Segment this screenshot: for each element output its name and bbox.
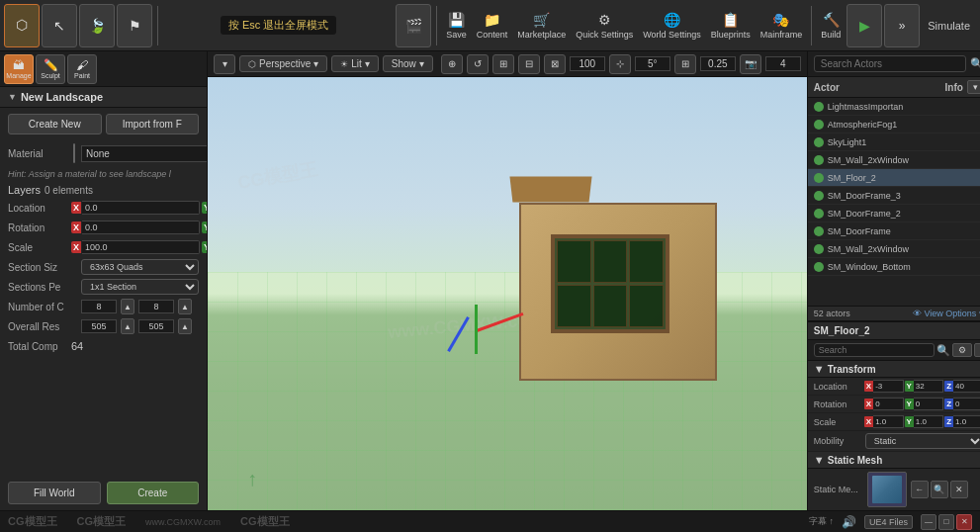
details-scale-z-val[interactable] bbox=[953, 415, 980, 428]
actor-item-lightmass[interactable]: LightmassImportan bbox=[808, 98, 980, 116]
actor-item-floor2[interactable]: SM_Floor_2 bbox=[808, 169, 980, 187]
play-btn[interactable]: ▶ bbox=[846, 4, 882, 47]
section-size-select[interactable]: 63x63 Quads bbox=[81, 259, 199, 275]
manage-btn[interactable]: 🏔 Manage bbox=[4, 54, 34, 84]
actor-visibility-7[interactable] bbox=[814, 209, 824, 219]
actor-item-atmosphericfog[interactable]: AtmosphericFog1 bbox=[808, 116, 980, 133]
num-y-spinner[interactable]: ▲ bbox=[178, 299, 192, 314]
toolbar-select-btn[interactable]: ⬡ bbox=[4, 4, 40, 47]
perspective-btn[interactable]: ⬡ Perspective ▾ bbox=[239, 55, 327, 72]
actor-visibility-9[interactable] bbox=[814, 244, 824, 254]
save-btn[interactable]: 💾 Save bbox=[442, 10, 471, 42]
res-x-input[interactable] bbox=[81, 319, 117, 333]
details-rot-x-val[interactable] bbox=[873, 398, 903, 410]
res-y-input[interactable] bbox=[138, 319, 174, 333]
actor-visibility-3[interactable] bbox=[814, 137, 824, 147]
num-x-spinner[interactable]: ▲ bbox=[121, 299, 134, 314]
vp-grid-icon[interactable]: ⊞ bbox=[674, 54, 696, 74]
vp-translate-btn[interactable]: ⊕ bbox=[441, 54, 463, 74]
num-x-input[interactable] bbox=[81, 300, 117, 313]
details-loc-z-val[interactable] bbox=[953, 380, 980, 393]
actor-item-doorframe2[interactable]: SM_DoorFrame_2 bbox=[808, 205, 980, 222]
vp-scale-btn[interactable]: ⊞ bbox=[492, 54, 514, 74]
window-minimize-btn[interactable]: — bbox=[921, 514, 936, 530]
material-swatch[interactable] bbox=[73, 143, 75, 163]
vp-camera-speed-input[interactable] bbox=[765, 56, 801, 71]
sections-per-select[interactable]: 1x1 Section bbox=[81, 279, 199, 295]
material-name-input[interactable] bbox=[81, 145, 208, 162]
mesh-thumbnail[interactable] bbox=[867, 472, 907, 507]
details-settings-btn[interactable]: ⚙ bbox=[952, 343, 972, 357]
window-close-btn[interactable]: ✕ bbox=[956, 514, 972, 530]
vp-grid-input[interactable] bbox=[700, 56, 736, 71]
marketplace-btn[interactable]: 🛒 Marketplace bbox=[513, 10, 570, 42]
details-loc-y-val[interactable] bbox=[914, 380, 943, 393]
toolbar-camera-btn[interactable]: 🎬 bbox=[396, 4, 431, 47]
details-lock-btn[interactable]: 🔒 bbox=[974, 343, 980, 357]
vp-world-btn[interactable]: ⊠ bbox=[544, 54, 566, 74]
window-restore-btn[interactable]: □ bbox=[938, 514, 954, 530]
mesh-find-btn[interactable]: 🔍 bbox=[931, 481, 948, 498]
create-new-btn[interactable]: Create New bbox=[8, 114, 102, 134]
vp-snap-btn[interactable]: ⊹ bbox=[609, 54, 631, 74]
content-btn[interactable]: 📁 Content bbox=[473, 10, 512, 42]
details-rot-y-val[interactable] bbox=[914, 398, 943, 410]
scale-x-val[interactable] bbox=[82, 240, 200, 254]
transform-section-header[interactable]: ▼ Transform bbox=[808, 361, 980, 378]
num-y-input[interactable] bbox=[138, 300, 174, 313]
actor-item-wall2[interactable]: SM_Wall_2xWindow bbox=[808, 240, 980, 258]
sculpt-btn[interactable]: ✏️ Sculpt bbox=[36, 54, 65, 84]
mesh-clear-btn[interactable]: ✕ bbox=[950, 481, 968, 498]
actor-item-wall1[interactable]: SM_Wall_2xWindow bbox=[808, 151, 980, 169]
simulate-btn[interactable]: Simulate bbox=[922, 18, 976, 34]
view-options-btn[interactable]: 👁 View Options ▾ bbox=[913, 309, 980, 318]
info-dropdown-btn[interactable]: ▾ bbox=[967, 80, 980, 94]
actor-item-window-bottom[interactable]: SM_Window_Bottom bbox=[808, 258, 980, 276]
vp-local-btn[interactable]: ⊟ bbox=[518, 54, 540, 74]
actor-list[interactable]: LightmassImportan AtmosphericFog1 SkyLig… bbox=[808, 98, 980, 306]
actor-search-input[interactable] bbox=[814, 55, 966, 72]
actor-visibility-5[interactable] bbox=[814, 173, 824, 183]
show-btn[interactable]: Show ▾ bbox=[383, 55, 433, 72]
mesh-section-header[interactable]: ▼ Static Mesh bbox=[808, 452, 980, 469]
actor-visibility-1[interactable] bbox=[814, 102, 824, 112]
blueprints-btn[interactable]: 📋 Blueprints bbox=[707, 10, 755, 42]
loc-x-val[interactable] bbox=[82, 201, 200, 215]
rot-x-val[interactable] bbox=[82, 221, 200, 234]
details-scale-x-val[interactable] bbox=[873, 415, 903, 428]
mainframe-btn[interactable]: 🎭 Mainframe bbox=[757, 10, 807, 42]
vp-dropdown-btn[interactable]: ▾ bbox=[214, 54, 235, 74]
vp-angle-input[interactable] bbox=[635, 56, 670, 71]
actor-visibility-10[interactable] bbox=[814, 262, 824, 272]
vp-camera-icon[interactable]: 📷 bbox=[740, 54, 761, 74]
mesh-browse-btn[interactable]: ← bbox=[911, 481, 929, 498]
vp-rotate-btn[interactable]: ↺ bbox=[467, 54, 489, 74]
actor-item-doorframe[interactable]: SM_DoorFrame bbox=[808, 222, 980, 240]
res-x-spinner[interactable]: ▲ bbox=[121, 318, 134, 334]
toolbar-flag-btn[interactable]: ⚑ bbox=[117, 4, 152, 47]
actor-visibility-6[interactable] bbox=[814, 191, 824, 201]
mobility-select[interactable]: Static bbox=[865, 433, 980, 449]
res-y-spinner[interactable]: ▲ bbox=[178, 318, 192, 334]
actor-visibility-4[interactable] bbox=[814, 155, 824, 165]
build-btn[interactable]: 🔨 Build bbox=[817, 10, 845, 42]
lit-btn[interactable]: ☀ Lit ▾ bbox=[331, 55, 379, 72]
details-loc-x-val[interactable] bbox=[873, 380, 903, 393]
actor-visibility-2[interactable] bbox=[814, 120, 824, 130]
details-scale-y-val[interactable] bbox=[914, 415, 943, 428]
actor-visibility-8[interactable] bbox=[814, 226, 824, 236]
toolbar-leaf-btn[interactable]: 🍃 bbox=[79, 4, 115, 47]
quick-settings-btn[interactable]: ⚙ Quick Settings bbox=[572, 10, 637, 42]
landscape-section-header[interactable]: ▼ New Landscape bbox=[0, 87, 207, 108]
details-search-input[interactable] bbox=[814, 343, 935, 357]
viewport-canvas[interactable]: CG模型王 www.CGMXW.com bbox=[208, 77, 807, 510]
world-settings-btn[interactable]: 🌐 World Settings bbox=[639, 10, 704, 42]
toolbar-move-btn[interactable]: ↖ bbox=[42, 4, 77, 47]
actor-item-skylight[interactable]: SkyLight1 bbox=[808, 133, 980, 151]
toolbar-more-btn[interactable]: » bbox=[884, 4, 920, 47]
fill-world-btn[interactable]: Fill World bbox=[8, 482, 101, 504]
details-rot-z-val[interactable] bbox=[953, 398, 980, 410]
create-landscape-btn[interactable]: Create bbox=[107, 482, 200, 504]
vp-fov-input[interactable] bbox=[570, 56, 605, 71]
paint-btn[interactable]: 🖌 Paint bbox=[67, 54, 97, 84]
